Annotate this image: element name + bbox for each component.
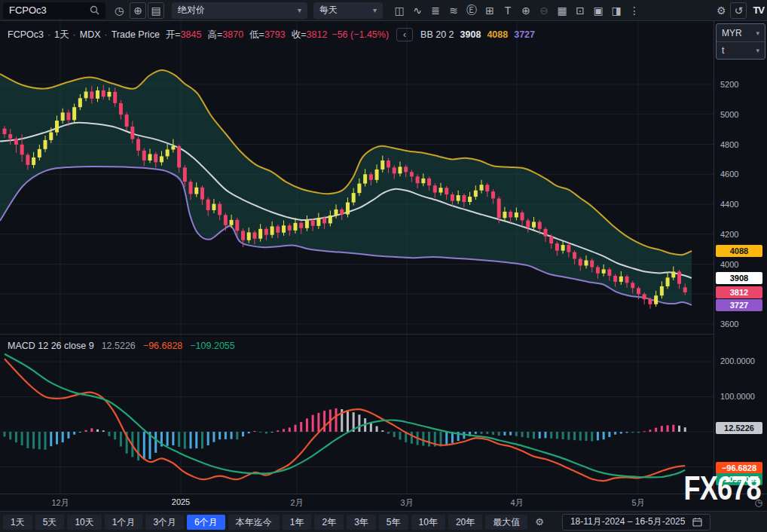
range-button-1个月[interactable]: 1个月 (105, 515, 143, 530)
legend-interval[interactable]: 1天 (54, 29, 69, 41)
legend-collapse-button[interactable]: ‹ (396, 28, 413, 41)
tradingview-logo[interactable]: TV (753, 5, 764, 16)
axis-unit-selector: MYR ▾ t ▾ (716, 23, 765, 60)
price-badge-3727: 3727 (716, 299, 762, 311)
range-button-3年[interactable]: 3年 (347, 515, 376, 530)
macd-legend: MACD 12 26 close 9 12.5226 −96.6828 −109… (8, 341, 235, 351)
search-icon (90, 5, 99, 15)
bottom-toolbar: 1天5天10天1个月3个月6个月本年迄今1年2年3年5年10年20年最大值 ⚙ … (0, 511, 767, 532)
folder-icon[interactable]: ▤ (148, 2, 164, 19)
chart-type-icon[interactable]: ◫ (390, 2, 408, 19)
macd-indicator-title[interactable]: MACD 12 26 close 9 (8, 341, 94, 351)
high-label: 高= (207, 29, 222, 41)
macd-badge: 12.5226 (716, 422, 762, 434)
time-label-3月[interactable]: 3月 (400, 497, 413, 509)
compare-icon[interactable]: ⊞ (481, 2, 499, 19)
toolbar-right-icons: ◫∿≣≋Ⓔ⊞T⊕⊖▦⊡▣◨⋮ (390, 2, 643, 19)
macd-badge: −96.6828 (716, 462, 762, 474)
price-tick-4600: 4600 (720, 168, 738, 180)
price-axis[interactable]: MYR ▾ t ▾ 520050004800460044004200400036… (714, 21, 767, 494)
range-button-2年[interactable]: 2年 (314, 515, 344, 530)
indicators-icon[interactable]: ∿ (408, 2, 426, 19)
range-button-3个月[interactable]: 3个月 (145, 515, 184, 530)
chevron-down-icon: ▾ (373, 6, 377, 14)
open-label: 开= (166, 29, 181, 41)
toolbar-left-icons: ◷⊕▤ (110, 2, 164, 19)
price-badge-3908: 3908 (716, 272, 762, 284)
interval-label: 每天 (319, 4, 338, 17)
range-settings-gear-icon[interactable]: ⚙ (530, 515, 549, 530)
range-button-1年[interactable]: 1年 (283, 515, 312, 530)
range-button-5年[interactable]: 5年 (379, 515, 408, 530)
add-symbol-icon[interactable]: ⊕ (130, 2, 146, 19)
macd-hist-value: 12.5226 (102, 341, 136, 351)
snapshot-icon[interactable]: ⊡ (571, 2, 589, 19)
chevron-down-icon: ▾ (298, 6, 301, 14)
legend-separator: · (73, 29, 76, 40)
zoom-out-icon: ⊖ (535, 2, 553, 19)
zoom-in-icon[interactable]: ⊕ (517, 2, 535, 19)
events-icon[interactable]: Ⓔ (463, 2, 481, 19)
price-badge-4088: 4088 (716, 245, 762, 257)
range-button-10天[interactable]: 10天 (67, 515, 101, 530)
legend-exchange: MDX (80, 29, 101, 40)
range-button-最大值[interactable]: 最大值 (485, 515, 527, 530)
legend-separator: · (105, 29, 108, 40)
range-button-本年迄今[interactable]: 本年迄今 (228, 515, 280, 530)
price-badge-3812: 3812 (716, 286, 762, 298)
close-label: 收= (292, 29, 307, 41)
price-mode-label: 绝对价 (178, 4, 205, 17)
range-button-5天[interactable]: 5天 (35, 515, 65, 530)
patterns-icon[interactable]: ≋ (445, 2, 463, 19)
time-label-4月[interactable]: 4月 (510, 497, 523, 509)
date-range-picker[interactable]: 18-11月-2024 – 16-5月-2025 (562, 514, 711, 530)
interval-dropdown[interactable]: 每天 ▾ (313, 2, 383, 19)
time-label-5月[interactable]: 5月 (631, 497, 644, 509)
publish-icon[interactable]: ◨ (607, 2, 625, 19)
range-button-1天[interactable]: 1天 (3, 515, 32, 530)
settings-gear-icon[interactable]: ⚙ (712, 2, 730, 19)
price-tick-5000: 5000 (720, 109, 738, 121)
price-mode-dropdown[interactable]: 绝对价 ▾ (172, 2, 307, 19)
chevron-down-icon: ▾ (756, 47, 759, 54)
text-tool-icon[interactable]: T (499, 2, 517, 19)
price-tick-4200: 4200 (720, 228, 738, 240)
top-toolbar: FCPOc3 ◷⊕▤ 绝对价 ▾ 每天 ▾ ◫∿≣≋Ⓔ⊞T⊕⊖▦⊡▣◨⋮ ⚙ ↺… (0, 0, 767, 21)
toolbar-far-right: ⚙ ↺ TV (712, 2, 764, 19)
time-label-2025[interactable]: 2025 (172, 497, 190, 506)
low-label: 低= (249, 29, 264, 41)
symbol-search-input[interactable]: FCPOc3 (3, 2, 105, 19)
time-label-2月[interactable]: 2月 (290, 497, 303, 509)
legend-series-type: Trade Price (112, 29, 160, 40)
bb-basis-value: 3908 (460, 29, 481, 40)
trading-chart-app: FCPOc3 ◷⊕▤ 绝对价 ▾ 每天 ▾ ◫∿≣≋Ⓔ⊞T⊕⊖▦⊡▣◨⋮ ⚙ ↺… (0, 0, 767, 532)
macd-line-value: −96.6828 (143, 341, 182, 351)
currency-dropdown[interactable]: MYR ▾ (717, 24, 765, 41)
more-options-icon[interactable]: ⋮ (625, 2, 643, 19)
layout-icon[interactable]: ▣ (589, 2, 607, 19)
price-legend: FCPOc3 · 1天 · MDX · Trade Price 开=3845 高… (8, 28, 535, 41)
open-value: 3845 (181, 29, 202, 40)
price-tick-4000: 4000 (720, 258, 738, 271)
time-axis[interactable]: ◷ 12月20252月3月4月5月 (0, 494, 767, 511)
price-tick-4800: 4800 (720, 139, 738, 151)
macd-signal-value: −109.2055 (190, 341, 234, 351)
symbol-text: FCPOc3 (9, 5, 47, 16)
macd-pane[interactable] (0, 334, 714, 494)
unit-dropdown[interactable]: t ▾ (717, 41, 765, 59)
legend-symbol[interactable]: FCPOc3 (8, 29, 44, 40)
data-table-icon[interactable]: ▦ (553, 2, 571, 19)
price-tick-5200: 5200 (720, 78, 738, 90)
indicator-templates-icon[interactable]: ≣ (426, 2, 445, 19)
bb-indicator-title[interactable]: BB 20 2 (420, 29, 454, 40)
range-button-6个月[interactable]: 6个月 (187, 515, 225, 530)
bb-lower-value: 3727 (514, 29, 535, 40)
clock-icon[interactable]: ◷ (755, 497, 762, 508)
price-pane[interactable] (0, 21, 714, 334)
range-button-20年[interactable]: 20年 (448, 515, 482, 530)
time-label-12月[interactable]: 12月 (51, 497, 69, 509)
range-button-10年[interactable]: 10年 (411, 515, 445, 530)
undo-icon[interactable]: ↺ (730, 2, 747, 19)
clock-icon[interactable]: ◷ (110, 2, 128, 19)
range-buttons: 1天5天10天1个月3个月6个月本年迄今1年2年3年5年10年20年最大值 (3, 515, 530, 530)
